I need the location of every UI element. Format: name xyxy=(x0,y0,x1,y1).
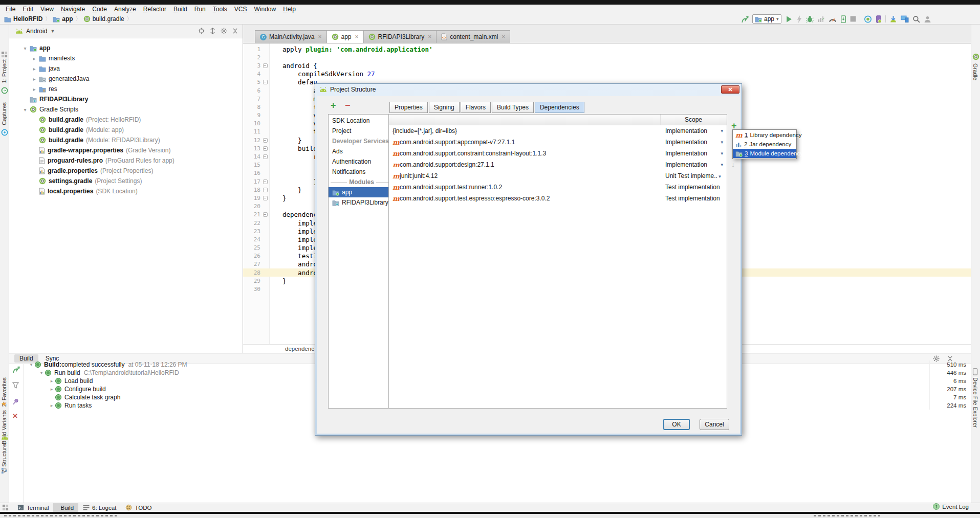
tree-item-settings-gradle[interactable]: settings.gradle(Project Settings) xyxy=(9,176,243,186)
sidebar-item-sdk-location[interactable]: SDK Location xyxy=(329,116,395,126)
menu-build[interactable]: Build xyxy=(170,5,191,14)
chevron-down-icon[interactable]: ▾ xyxy=(38,370,45,375)
settings-icon[interactable] xyxy=(221,28,227,34)
chevron-down-icon[interactable]: ▾ xyxy=(20,46,30,51)
chevron-right-icon[interactable]: ▸ xyxy=(48,387,55,392)
avd-manager-button[interactable] xyxy=(864,14,872,24)
ok-button[interactable]: OK xyxy=(663,419,690,430)
sidebar-item-project[interactable]: Project xyxy=(329,126,395,136)
tree-item-res[interactable]: ▸res xyxy=(9,84,243,94)
locate-icon[interactable] xyxy=(198,28,205,34)
dependency-row-5[interactable]: mcom.android.support.test:runner:1.0.2Te… xyxy=(389,182,727,193)
profiler-button[interactable] xyxy=(829,14,837,24)
rerun-build-icon[interactable] xyxy=(12,365,20,374)
menu-file[interactable]: File xyxy=(2,5,19,14)
stripe-tab-gradle[interactable]: Gradle xyxy=(972,63,978,80)
pin-icon[interactable] xyxy=(12,397,19,406)
breadcrumb-item-app[interactable]: app xyxy=(53,15,73,22)
tree-item-build-gradle[interactable]: build.gradle(Project: HelloRFID) xyxy=(9,115,243,125)
editor-tab-mainactivity-java[interactable]: CMainActivity.java× xyxy=(255,30,327,43)
menu-view[interactable]: View xyxy=(37,5,57,14)
close-icon[interactable]: × xyxy=(428,33,431,40)
sdk-download-button[interactable] xyxy=(889,14,897,24)
dependency-row-4[interactable]: mjunit:junit:4.12Unit Test impleme.. ▾ xyxy=(389,170,727,182)
android-icon[interactable] xyxy=(1,435,8,442)
menu-help[interactable]: Help xyxy=(279,5,299,14)
tree-item-manifests[interactable]: ▸manifests xyxy=(9,53,243,63)
chevron-down-icon[interactable]: ▾ xyxy=(28,362,35,367)
dependency-scope[interactable]: Test implementation xyxy=(665,184,720,191)
stripe-tab-captures[interactable]: Captures xyxy=(1,102,7,125)
star-icon[interactable]: ★ xyxy=(1,400,8,407)
menu-item-module-dependency[interactable]: 3Module dependency xyxy=(733,149,796,158)
dependency-scope[interactable]: Test implementation xyxy=(665,195,720,202)
fold-marker-icon[interactable]: − xyxy=(260,188,270,192)
fold-marker-icon[interactable]: − xyxy=(260,154,270,159)
sidebar-item-authentication[interactable]: Authentication xyxy=(329,156,395,167)
editor-tab-app[interactable]: app× xyxy=(326,30,364,43)
dependency-row-1[interactable]: mcom.android.support:appcompat-v7:27.1.1… xyxy=(389,137,727,148)
close-icon[interactable]: × xyxy=(318,33,321,40)
dialog-tab-build-types[interactable]: Build Types xyxy=(492,102,534,113)
dialog-close-button[interactable]: ✕ xyxy=(721,85,739,94)
move-down-button[interactable]: ↓ xyxy=(731,161,735,169)
fold-marker-icon[interactable]: − xyxy=(260,146,270,151)
menu-window[interactable]: Window xyxy=(250,5,279,14)
breadcrumb-item-hellorfid[interactable]: HelloRFID xyxy=(4,15,42,22)
chevron-right-icon[interactable]: ▸ xyxy=(30,76,39,82)
tree-item-java[interactable]: ▸java xyxy=(9,63,243,74)
dependency-row-3[interactable]: mcom.android.support:design:27.1.1Implem… xyxy=(389,159,727,170)
chevron-right-icon[interactable]: ▸ xyxy=(30,86,39,92)
fold-marker-icon[interactable]: − xyxy=(260,179,270,184)
chevron-down-icon[interactable]: ▾ xyxy=(20,107,30,112)
project-tool-icon[interactable] xyxy=(1,51,8,58)
dialog-tab-properties[interactable]: Properties xyxy=(389,102,428,113)
dialog-tab-signing[interactable]: Signing xyxy=(429,102,460,113)
code-line-4[interactable]: 4 compileSdkVersion 27 xyxy=(243,70,971,78)
chevron-down-icon[interactable]: ▾ xyxy=(721,128,723,133)
add-module-button[interactable]: + xyxy=(331,100,336,111)
menu-run[interactable]: Run xyxy=(191,5,209,14)
remove-module-button[interactable]: − xyxy=(345,100,351,111)
hide-panel-icon[interactable] xyxy=(232,28,238,34)
dialog-tab-dependencies[interactable]: Dependencies xyxy=(535,102,584,113)
cancel-button[interactable]: Cancel xyxy=(700,419,729,430)
menu-refactor[interactable]: Refactor xyxy=(140,5,170,14)
sidebar-item-ads[interactable]: Ads xyxy=(329,146,395,156)
filter-icon[interactable] xyxy=(12,380,19,390)
tree-item-app[interactable]: ▾app xyxy=(9,43,243,53)
search-everywhere-button[interactable] xyxy=(912,14,920,24)
tree-item-proguard-rules-pro[interactable]: proguard-rules.pro(ProGuard Rules for ap… xyxy=(9,155,243,166)
tool-window-button-6--logcat[interactable]: 6: Logcat xyxy=(78,503,121,512)
tree-item-gradle-wrapper-properties[interactable]: gradle-wrapper.properties(Gradle Version… xyxy=(9,145,243,155)
project-view-selector[interactable]: Android xyxy=(26,28,47,35)
chevron-down-icon[interactable]: ▾ xyxy=(721,162,723,167)
fold-marker-icon[interactable]: − xyxy=(260,138,270,143)
tree-item-local-properties[interactable]: local.properties(SDK Location) xyxy=(9,186,243,196)
dependency-row-0[interactable]: {include=[*.jar], dir=libs}Implementatio… xyxy=(389,125,727,137)
menu-code[interactable]: Code xyxy=(89,5,111,14)
dependency-scope[interactable]: Implementation xyxy=(665,150,707,157)
stripe-tab-device-file-explorer[interactable]: Device File Explorer xyxy=(972,377,978,427)
tool-window-switcher-icon[interactable] xyxy=(2,504,9,511)
attach-debugger-arrow-icon[interactable] xyxy=(741,14,749,24)
profile-button[interactable] xyxy=(817,14,825,24)
sidebar-item-notifications[interactable]: Notifications xyxy=(329,167,395,177)
expand-selection-icon[interactable] xyxy=(209,28,216,34)
code-line-3[interactable]: 3−android { xyxy=(243,61,971,70)
device-manager-button[interactable] xyxy=(901,14,909,24)
dependency-scope[interactable]: Implementation xyxy=(665,161,707,168)
event-log-button[interactable]: 1 Event Log xyxy=(933,503,969,510)
menu-analyze[interactable]: Analyze xyxy=(111,5,140,14)
tree-item-generatedjava[interactable]: ▸generatedJava xyxy=(9,74,243,84)
close-icon[interactable]: × xyxy=(502,33,505,40)
tree-item-gradle-properties[interactable]: gradle.properties(Project Properties) xyxy=(9,166,243,176)
stop-button[interactable] xyxy=(850,14,856,24)
structure-icon[interactable] xyxy=(1,467,8,475)
fold-marker-icon[interactable]: − xyxy=(260,63,270,68)
dependency-scope[interactable]: Implementation xyxy=(665,139,707,146)
tool-window-button-terminal[interactable]: Terminal xyxy=(13,503,53,512)
fold-marker-icon[interactable]: − xyxy=(260,212,270,217)
close-icon[interactable]: ✕ xyxy=(12,411,18,420)
menu-tools[interactable]: Tools xyxy=(209,5,231,14)
